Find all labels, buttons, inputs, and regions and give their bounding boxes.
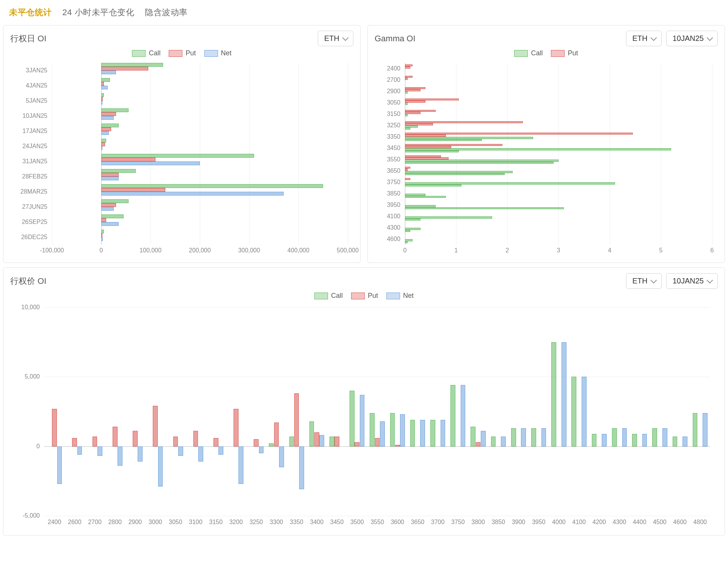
tab-iv[interactable]: 隐含波动率 — [145, 7, 188, 18]
bar-put — [52, 409, 57, 446]
x-category-label: 3100 — [185, 519, 206, 526]
legend-net[interactable]: Net — [204, 49, 232, 57]
bar-net — [400, 414, 405, 446]
bar-call — [405, 194, 425, 196]
x-category-label: 3400 — [307, 519, 327, 526]
x-tick-label: 3 — [551, 247, 566, 254]
x-category-label: 4500 — [650, 519, 670, 526]
legend-strike-call-label: Call — [331, 292, 343, 300]
y-category-label: 3350 — [375, 133, 400, 140]
legend-strike-call[interactable]: Call — [314, 292, 343, 300]
bar-put — [153, 406, 158, 446]
chart-expiry-oi: -100,0000100,000200,000300,000400,000500… — [10, 61, 353, 258]
bar-put — [234, 409, 238, 446]
y-category-label: 27JUN25 — [10, 203, 47, 210]
bar-call — [269, 443, 274, 446]
legend-strike-put[interactable]: Put — [351, 292, 378, 300]
bar-call — [450, 385, 455, 446]
bar-call — [511, 428, 516, 446]
bar-call — [471, 427, 475, 446]
x-tick-label: 0 — [86, 247, 116, 254]
swatch-call-icon — [132, 50, 146, 57]
asset-select-gamma[interactable]: ETH — [626, 31, 662, 46]
bar-net — [360, 395, 365, 446]
swatch-put-icon — [351, 293, 365, 299]
bar-call — [551, 342, 556, 446]
y-category-label: 3550 — [375, 156, 400, 163]
bar-net — [77, 446, 82, 455]
x-tick-label: 2 — [500, 247, 515, 254]
bar-net — [101, 131, 109, 135]
y-category-label: 3750 — [375, 179, 400, 186]
x-category-label: 3500 — [347, 519, 367, 526]
legend-call[interactable]: Call — [132, 49, 160, 57]
x-tick-label: 1 — [449, 247, 464, 254]
x-category-label: 4800 — [690, 519, 710, 526]
y-category-label: 10JAN25 — [10, 113, 47, 119]
x-category-label: 3050 — [165, 519, 185, 526]
bar-call — [405, 228, 420, 230]
bar-call — [101, 78, 110, 82]
bar-put — [405, 178, 410, 180]
bar-put — [101, 233, 102, 237]
bar-net — [101, 161, 200, 165]
bar-put — [405, 121, 523, 123]
bar-net — [441, 420, 446, 446]
legend-strike-net[interactable]: Net — [386, 292, 414, 300]
bar-net — [101, 192, 284, 196]
legend-gamma-put-label: Put — [568, 49, 578, 57]
legend-gamma-put[interactable]: Put — [551, 49, 578, 57]
asset-select-expiry[interactable]: ETH — [318, 31, 353, 46]
bar-call — [101, 199, 129, 203]
card-gamma-oi: Gamma OI ETH 10JAN25 Call Put 0123456240… — [367, 25, 725, 263]
legend-put[interactable]: Put — [169, 49, 196, 57]
tab-24h-change[interactable]: 24 小时未平仓变化 — [63, 7, 135, 18]
x-category-label: 3650 — [408, 519, 428, 526]
legend-strike-net-label: Net — [403, 292, 414, 300]
bar-call — [289, 437, 294, 446]
bar-net — [178, 446, 183, 456]
card-strike-oi: 行权价 OI ETH 10JAN25 Call Put Net -5,00005… — [3, 268, 725, 536]
bar-net — [218, 446, 223, 455]
x-category-label: 3850 — [488, 519, 508, 526]
bar-net — [662, 428, 667, 446]
bar-put — [405, 167, 410, 169]
x-category-label: 2400 — [44, 519, 64, 526]
asset-select-strike[interactable]: ETH — [626, 273, 662, 289]
bar-put — [101, 158, 155, 161]
legend-gamma-call[interactable]: Call — [514, 49, 543, 57]
bar-call — [390, 413, 395, 446]
x-tick-label: 300,000 — [234, 247, 264, 254]
bar-put — [93, 437, 97, 446]
bar-call — [405, 173, 505, 175]
chart-gamma-oi: 0123456240027002900305031503250335034503… — [375, 61, 718, 258]
bar-put — [294, 393, 299, 446]
legend-gamma-call-label: Call — [531, 49, 543, 57]
y-category-label: 3650 — [375, 167, 400, 174]
bar-call — [693, 413, 698, 446]
bar-put — [113, 427, 118, 446]
bar-net — [420, 420, 425, 446]
y-category-label: 4100 — [375, 213, 400, 220]
bar-put — [405, 87, 425, 89]
y-category-label: 2700 — [375, 77, 400, 83]
bar-net — [259, 446, 264, 453]
date-select-strike[interactable]: 10JAN25 — [666, 273, 718, 289]
bar-put — [101, 97, 103, 101]
swatch-put-icon — [169, 50, 182, 57]
bar-call — [101, 184, 323, 188]
bar-put — [405, 66, 410, 68]
bar-call — [405, 114, 408, 116]
bar-put — [193, 431, 198, 446]
bar-put — [405, 135, 446, 136]
bar-call — [612, 428, 617, 446]
bar-call — [405, 219, 420, 221]
bar-net — [642, 434, 647, 446]
y-category-label: 4JAN25 — [10, 82, 47, 89]
bar-put — [101, 67, 148, 70]
bar-net — [57, 446, 62, 484]
bar-put — [133, 431, 138, 446]
tab-oi-stats[interactable]: 未平仓统计 — [9, 7, 52, 18]
bar-net — [461, 385, 466, 446]
date-select-gamma[interactable]: 10JAN25 — [666, 31, 718, 46]
